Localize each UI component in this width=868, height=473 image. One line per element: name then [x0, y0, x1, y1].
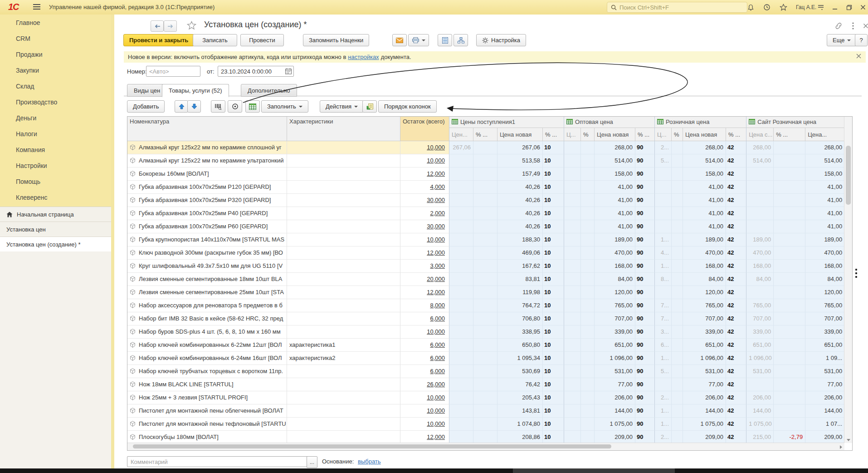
- post-and-close-button[interactable]: Провести и закрыть: [123, 34, 194, 46]
- cell-percent[interactable]: [774, 194, 805, 207]
- cell-new-price[interactable]: 77,00: [683, 378, 726, 391]
- cell-new-price[interactable]: 268,00: [595, 141, 635, 154]
- cell-markup-percent[interactable]: 10: [543, 404, 564, 418]
- table-row[interactable]: Губка абразивная 100х70х25мм Р120 [GEPAR…: [127, 181, 844, 194]
- cell-new-price[interactable]: 188,30: [497, 233, 543, 246]
- cell-new-price[interactable]: 470,00: [683, 246, 726, 260]
- cell-old-price[interactable]: [655, 168, 672, 181]
- cell-nomenclature[interactable]: Набор ключей трубчатых торцевых с воротк…: [127, 365, 287, 378]
- cell-percent[interactable]: [473, 431, 497, 443]
- table-row[interactable]: Набор буров SDS-plus 4 шт. (5, 6, 8, 10 …: [127, 325, 844, 339]
- user-menu-icon[interactable]: [816, 3, 825, 11]
- cell-old-price[interactable]: [655, 181, 672, 194]
- banner-settings-link[interactable]: настройках: [348, 54, 379, 60]
- cell-stock-link[interactable]: 10,000: [400, 418, 449, 431]
- minimize-window-icon[interactable]: [830, 3, 839, 11]
- cell-old-price[interactable]: [564, 220, 581, 233]
- cell-markup-percent[interactable]: 90: [635, 260, 655, 273]
- cell-old-price[interactable]: [449, 154, 473, 168]
- column-order-button[interactable]: Порядок колонок: [378, 100, 437, 113]
- help-button[interactable]: ?: [855, 34, 868, 46]
- cell-percent[interactable]: [473, 391, 497, 404]
- cell-old-price[interactable]: [564, 431, 581, 443]
- cell-percent[interactable]: [473, 233, 497, 246]
- cell-markup-percent[interactable]: 42: [726, 220, 746, 233]
- cell-percent[interactable]: [473, 246, 497, 260]
- cell-characteristic[interactable]: [287, 391, 400, 404]
- cell-characteristic[interactable]: [287, 246, 400, 260]
- cell-new-price[interactable]: 470,00: [595, 246, 635, 260]
- cell-nomenclature[interactable]: Лезвия сменные сегментированные 18мм 10ш…: [127, 273, 287, 286]
- subcol-new-price[interactable]: Цена новая: [683, 128, 726, 141]
- cell-new-price[interactable]: 514,00: [805, 154, 844, 168]
- cell-old-price[interactable]: 2...: [655, 431, 672, 443]
- sidebar-item-11[interactable]: Помощь: [0, 173, 111, 189]
- cell-new-price[interactable]: 168,00: [595, 260, 635, 273]
- open-window-3[interactable]: Установка цен (создание) *: [0, 237, 111, 252]
- cell-new-price[interactable]: 707,00: [683, 312, 726, 325]
- cell-percent[interactable]: [581, 207, 595, 220]
- cell-characteristic[interactable]: [287, 365, 400, 378]
- load-external-button[interactable]: [362, 100, 377, 113]
- cell-new-price[interactable]: 268,00: [805, 141, 844, 154]
- cell-new-price[interactable]: 764,72: [497, 299, 543, 312]
- cell-new-price[interactable]: 168,00: [805, 260, 844, 273]
- cell-markup-percent[interactable]: 42: [726, 141, 746, 154]
- cell-percent[interactable]: [774, 168, 805, 181]
- table-row[interactable]: Набор бит IMB 32 Basic в кейсе (58-62 HR…: [127, 312, 844, 325]
- cell-markup-percent[interactable]: 10: [543, 365, 564, 378]
- cell-markup-percent[interactable]: 42: [726, 246, 746, 260]
- cell-percent[interactable]: [672, 233, 683, 246]
- cell-new-price[interactable]: 158,00: [805, 168, 844, 181]
- cell-new-price[interactable]: 706,80: [497, 312, 543, 325]
- cell-percent[interactable]: [581, 325, 595, 339]
- cell-new-price[interactable]: 1 09...: [805, 352, 844, 365]
- cell-new-price[interactable]: 531,00: [683, 365, 726, 378]
- cell-characteristic[interactable]: [287, 207, 400, 220]
- table-row[interactable]: Алмазный круг 125х22 мм по керамике ульт…: [127, 154, 844, 168]
- cell-old-price[interactable]: [449, 325, 473, 339]
- cell-percent[interactable]: [774, 325, 805, 339]
- cell-markup-percent[interactable]: 10: [543, 273, 564, 286]
- cell-new-price[interactable]: 531,00: [595, 365, 635, 378]
- cell-old-price[interactable]: [564, 391, 581, 404]
- sidebar-item-2[interactable]: CRM: [0, 30, 111, 46]
- cell-new-price[interactable]: 267,06: [497, 141, 543, 154]
- cell-old-price[interactable]: [449, 418, 473, 431]
- cell-markup-percent[interactable]: 90: [635, 233, 655, 246]
- cell-nomenclature[interactable]: Лезвия сменные сегментированные 25мм 10ш…: [127, 286, 287, 299]
- cell-characteristic[interactable]: [287, 273, 400, 286]
- comment-more-button[interactable]: ...: [307, 456, 317, 468]
- add-row-button[interactable]: Добавить: [127, 100, 165, 113]
- cell-percent[interactable]: [774, 352, 805, 365]
- cell-markup-percent[interactable]: 42: [726, 312, 746, 325]
- cell-markup-percent[interactable]: 90: [635, 352, 655, 365]
- table-row[interactable]: Набор аксессуаров для реноватора 5 предм…: [127, 299, 844, 312]
- cell-markup-percent[interactable]: 42: [726, 233, 746, 246]
- table-row[interactable]: Пистолет для монтажной пены тефлоновый […: [127, 418, 844, 431]
- close-form-icon[interactable]: [861, 22, 868, 30]
- cell-new-price[interactable]: 168,00: [683, 260, 726, 273]
- cell-new-price[interactable]: 40,26: [497, 207, 543, 220]
- cell-new-price[interactable]: 1 096,00: [683, 352, 726, 365]
- cell-percent[interactable]: [473, 141, 497, 154]
- cell-percent[interactable]: [774, 312, 805, 325]
- cell-new-price[interactable]: 1 075,00: [683, 418, 726, 431]
- cell-markup-percent[interactable]: 90: [635, 207, 655, 220]
- cell-percent[interactable]: [581, 378, 595, 391]
- cell-percent[interactable]: [774, 233, 805, 246]
- cell-new-price[interactable]: 41,00: [683, 207, 726, 220]
- cell-percent[interactable]: [581, 154, 595, 168]
- cell-old-price[interactable]: 651,00: [746, 339, 774, 352]
- cell-old-price[interactable]: 7...: [655, 299, 672, 312]
- cell-percent[interactable]: [581, 246, 595, 260]
- cell-new-price[interactable]: 531,00: [805, 365, 844, 378]
- cell-markup-percent[interactable]: 90: [635, 194, 655, 207]
- col-header-characteristics[interactable]: Характеристики: [287, 117, 400, 141]
- subcol-percent[interactable]: % ...: [726, 128, 746, 141]
- cell-nomenclature[interactable]: Губка абразивная 100х70х25мм Р120 [GEPAR…: [127, 181, 287, 194]
- cell-old-price[interactable]: [746, 378, 774, 391]
- cell-stock-link[interactable]: 10,000: [400, 154, 449, 168]
- cell-markup-percent[interactable]: 10: [543, 378, 564, 391]
- cell-percent[interactable]: [473, 273, 497, 286]
